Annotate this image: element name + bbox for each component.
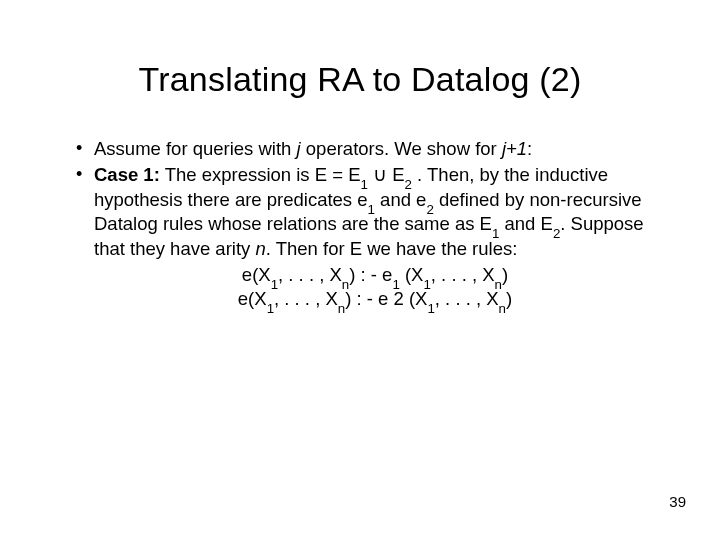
text: , . . . , X — [274, 288, 338, 309]
text: e(X — [238, 288, 267, 309]
rules-block: e(X1, . . . , Xn) : - e1 (X1, . . . , Xn… — [94, 263, 656, 312]
text: and E — [499, 213, 553, 234]
rule-1: e(X1, . . . , Xn) : - e1 (X1, . . . , Xn… — [94, 263, 656, 287]
sub: n — [342, 277, 349, 292]
text: ) — [506, 288, 512, 309]
sub: 2 — [553, 226, 560, 241]
bullet-1: Assume for queries with j operators. We … — [72, 137, 656, 161]
text: e(X — [242, 264, 271, 285]
bullet-list: Assume for queries with j operators. We … — [64, 137, 656, 312]
rule-2: e(X1, . . . , Xn) : - e 2 (X1, . . . , X… — [94, 287, 656, 311]
case-label: Case 1: — [94, 164, 160, 185]
sub: 1 — [492, 226, 499, 241]
text: , . . . , X — [435, 288, 499, 309]
sub: n — [495, 277, 502, 292]
sub: 1 — [267, 301, 274, 316]
sub: n — [499, 301, 506, 316]
text: (X — [400, 264, 424, 285]
text: : — [527, 138, 532, 159]
bullet-2: Case 1: The expression is E = E1 ∪ E2 . … — [72, 163, 656, 311]
sub: 1 — [271, 277, 278, 292]
text: ) — [502, 264, 508, 285]
sub: 1 — [427, 301, 434, 316]
var-n: n — [255, 238, 265, 259]
page-number: 39 — [669, 493, 686, 510]
sub: 1 — [368, 202, 375, 217]
text: and e — [375, 189, 426, 210]
text: , . . . , X — [278, 264, 342, 285]
text: ) : - e 2 (X — [345, 288, 427, 309]
text: ) : - e — [349, 264, 392, 285]
sub: 2 — [426, 202, 433, 217]
text: operators. We show for — [301, 138, 502, 159]
text: , . . . , X — [431, 264, 495, 285]
sub: 1 — [392, 277, 399, 292]
sub: 1 — [423, 277, 430, 292]
sub: 1 — [361, 177, 368, 192]
text: The expression is E = E — [160, 164, 361, 185]
slide-title: Translating RA to Datalog (2) — [64, 60, 656, 99]
sub: 2 — [405, 177, 412, 192]
union-symbol: ∪ — [373, 164, 387, 185]
text: . Then for E we have the rules: — [266, 238, 518, 259]
text: Assume for queries with — [94, 138, 297, 159]
sub: n — [338, 301, 345, 316]
var-jplus1: j+1 — [502, 138, 527, 159]
text: E — [387, 164, 404, 185]
